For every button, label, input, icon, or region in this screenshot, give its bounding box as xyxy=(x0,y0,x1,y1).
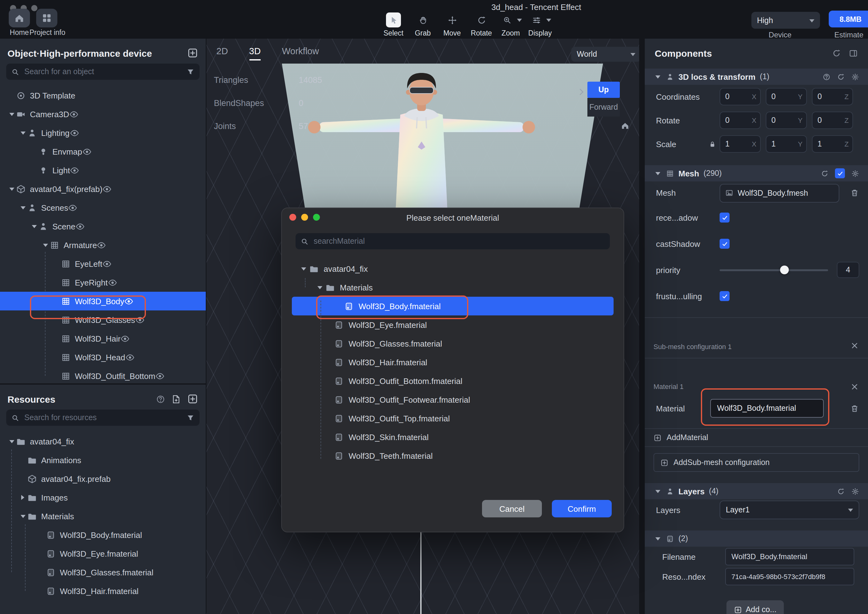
gizmo-chevron-icon[interactable] xyxy=(577,87,586,97)
priority-slider[interactable] xyxy=(720,269,828,271)
expand-arrow[interactable] xyxy=(654,73,661,81)
gizmo-forward-button[interactable]: Forward xyxy=(587,98,620,116)
expand-arrow[interactable] xyxy=(19,493,27,501)
layer-select[interactable]: Layer1 xyxy=(720,501,859,519)
resource-item[interactable]: Wolf3D_Hair.fmaterial xyxy=(0,581,206,600)
expand-arrow[interactable] xyxy=(8,437,16,445)
cancel-button[interactable]: Cancel xyxy=(482,500,542,517)
coordinate-z-field[interactable]: 0Z xyxy=(812,88,853,105)
frustum-culling-checkbox[interactable] xyxy=(720,291,730,301)
expand-arrow[interactable] xyxy=(19,129,27,137)
eye-visibility-icon[interactable] xyxy=(102,184,112,194)
help-icon[interactable] xyxy=(823,73,831,81)
add-resource-button[interactable] xyxy=(187,393,198,405)
resource-item[interactable]: Wolf3D_Glasses.fmaterial xyxy=(0,563,206,581)
expand-arrow[interactable] xyxy=(19,512,27,520)
mesh-asset-field[interactable]: Wolf3D_Body.fmesh xyxy=(720,184,839,202)
eye-visibility-icon[interactable] xyxy=(75,222,85,231)
section-transform[interactable]: 3D locs & transform (1) xyxy=(645,68,868,85)
world-space-select[interactable]: World xyxy=(571,47,639,62)
device-quality-select[interactable]: High xyxy=(752,12,820,29)
rotate-x-field[interactable]: 0X xyxy=(720,112,761,129)
eye-visibility-icon[interactable] xyxy=(124,296,134,306)
lock-icon[interactable] xyxy=(708,140,716,148)
window-zoom-button[interactable] xyxy=(31,5,37,11)
new-file-button[interactable] xyxy=(171,394,181,404)
zoom-tool[interactable]: Zoom xyxy=(499,12,523,37)
resources-search[interactable] xyxy=(6,409,200,426)
priority-value-field[interactable]: 4 xyxy=(837,262,859,278)
modal-material-item[interactable]: Wolf3D_Outfit_Bottom.fmaterial xyxy=(282,372,624,390)
rotate-y-field[interactable]: 0Y xyxy=(766,112,807,129)
object-tree-item[interactable]: Wolf3D_Glasses xyxy=(0,310,206,329)
object-tree-item-selected[interactable]: Wolf3D_Body xyxy=(0,292,206,310)
help-icon[interactable] xyxy=(156,394,165,404)
modal-material-item-selected[interactable]: Wolf3D_Body.fmaterial xyxy=(292,297,613,315)
resource-item[interactable]: Materials xyxy=(0,507,206,526)
modal-material-item[interactable]: Wolf3D_Eye.fmaterial xyxy=(282,315,624,334)
eye-visibility-icon[interactable] xyxy=(135,315,144,324)
home-button[interactable] xyxy=(9,9,30,28)
move-tool[interactable]: Move xyxy=(440,12,464,37)
refresh-icon[interactable] xyxy=(837,487,845,495)
resource-item[interactable]: Images xyxy=(0,488,206,507)
object-tree-item[interactable]: Scenes xyxy=(0,198,206,217)
eye-visibility-icon[interactable] xyxy=(155,371,165,381)
close-icon[interactable] xyxy=(850,341,859,350)
expand-arrow[interactable] xyxy=(8,185,16,193)
expand-arrow[interactable] xyxy=(654,535,661,543)
object-tree-item[interactable]: Armature xyxy=(0,236,206,254)
cast-shadow-checkbox[interactable] xyxy=(720,239,730,249)
scale-z-field[interactable]: 1Z xyxy=(812,135,853,153)
grab-tool[interactable]: Grab xyxy=(411,12,435,37)
eye-visibility-icon[interactable] xyxy=(69,109,79,119)
gear-icon[interactable] xyxy=(851,169,859,177)
reset-view-home-icon[interactable] xyxy=(620,121,630,130)
modal-minimize-button[interactable] xyxy=(301,214,308,221)
filter-icon[interactable] xyxy=(186,68,194,76)
mesh-enabled-checkbox[interactable] xyxy=(835,168,845,178)
add-object-button[interactable] xyxy=(187,47,198,59)
display-tool[interactable]: Display xyxy=(528,12,552,37)
modal-material-item[interactable]: Wolf3D_Glasses.fmaterial xyxy=(282,334,624,353)
confirm-button[interactable]: Confirm xyxy=(552,500,612,517)
coordinate-x-field[interactable]: 0X xyxy=(720,88,761,105)
collapse-panel-icon[interactable] xyxy=(849,48,858,58)
close-icon[interactable] xyxy=(850,382,859,391)
modal-search-input[interactable] xyxy=(312,236,605,246)
receive-shadow-checkbox[interactable] xyxy=(720,212,730,223)
resource-item[interactable]: avatar04_fix.prefab xyxy=(0,469,206,488)
object-search-input[interactable] xyxy=(23,67,183,77)
modal-search[interactable] xyxy=(295,233,610,249)
modal-folder-item[interactable]: Materials xyxy=(282,278,624,297)
refresh-icon[interactable] xyxy=(821,169,829,177)
refresh-icon[interactable] xyxy=(832,48,841,58)
coordinate-y-field[interactable]: 0Y xyxy=(766,88,807,105)
tab-workflow[interactable]: Workflow xyxy=(282,46,319,56)
display-dropdown-caret[interactable] xyxy=(546,17,551,22)
modal-material-item[interactable]: Wolf3D_Hair.fmaterial xyxy=(282,353,624,372)
modal-close-button[interactable] xyxy=(289,214,296,221)
object-tree-item[interactable]: Lighting xyxy=(0,123,206,142)
resource-index-field[interactable]: 71ca-4a95-98b0-573c2f7db9f8 xyxy=(725,568,854,585)
slider-knob[interactable] xyxy=(780,265,789,274)
modal-folder-item[interactable]: avatar04_fix xyxy=(282,259,624,278)
select-tool[interactable]: Select xyxy=(382,12,405,37)
expand-arrow[interactable] xyxy=(654,487,661,495)
eye-visibility-icon[interactable] xyxy=(102,259,112,268)
eye-visibility-icon[interactable] xyxy=(108,278,117,287)
object-tree-item[interactable]: Wolf3D_Hair xyxy=(0,329,206,348)
object-tree-item[interactable]: EyeRight xyxy=(0,273,206,292)
object-tree-item[interactable]: Scene xyxy=(0,217,206,236)
object-tree-item[interactable]: avatar04_fix(prefab) xyxy=(0,180,206,198)
eye-visibility-icon[interactable] xyxy=(125,352,134,362)
object-tree-item[interactable]: Envmap xyxy=(0,142,206,161)
object-tree-item[interactable]: EyeLeft xyxy=(0,254,206,273)
eye-visibility-icon[interactable] xyxy=(70,128,79,138)
filename-field[interactable]: Wolf3D_Body.fmaterial xyxy=(725,548,854,565)
resource-item[interactable]: avatar04_fix xyxy=(0,432,206,451)
object-tree-item[interactable]: 3D Template xyxy=(0,86,206,105)
expand-arrow[interactable] xyxy=(41,241,49,249)
eye-visibility-icon[interactable] xyxy=(68,203,78,212)
expand-arrow[interactable] xyxy=(19,203,27,212)
